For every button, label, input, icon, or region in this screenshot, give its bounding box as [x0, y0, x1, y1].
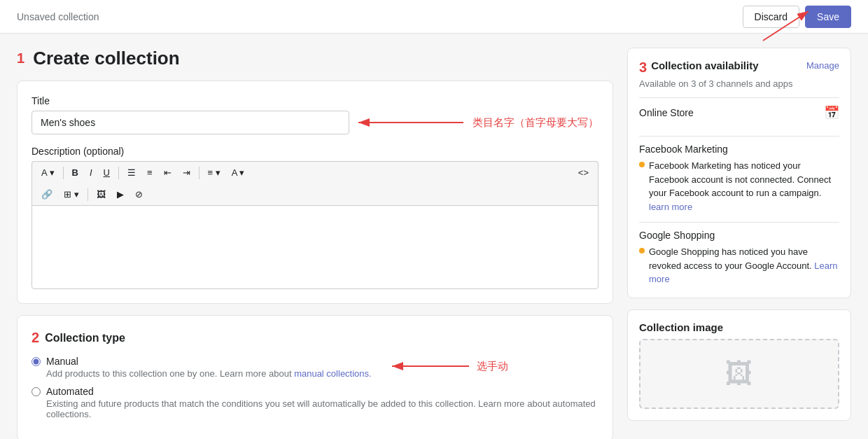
toolbar-image-btn[interactable]: 🖼: [92, 186, 111, 202]
editor-toolbar-row1: A ▾ B I U ☰ ≡ ⇤ ⇥ ≡ ▾ A ▾ <>: [31, 161, 598, 183]
save-button[interactable]: Save: [805, 6, 851, 28]
google-warning-item: Google Shopping has noticed you have rev…: [639, 245, 839, 286]
google-warning-section: Google Shopping Google Shopping has noti…: [639, 222, 839, 286]
google-warning-dot: [639, 248, 645, 253]
toolbar-table-btn[interactable]: ⊞ ▾: [59, 186, 84, 202]
manual-collections-link[interactable]: manual collections.: [294, 368, 372, 379]
top-bar-actions: Discard Save: [743, 6, 851, 28]
chinese-annotation-1: 类目名字（首字母要大写）: [472, 116, 598, 130]
toolbar-underline-btn[interactable]: U: [99, 165, 115, 181]
availability-desc: Available on 3 of 3 channels and apps: [639, 78, 839, 89]
title-label: Title: [31, 95, 598, 106]
toolbar-sep-2: [118, 167, 119, 179]
unsaved-label: Unsaved collection: [17, 11, 99, 22]
title-description-card: Title 类目名字（首字母要大写） Description (o: [17, 81, 613, 304]
toolbar-color-btn[interactable]: A ▾: [227, 165, 250, 181]
image-placeholder[interactable]: 🖼: [639, 339, 839, 409]
collection-image-card: Collection image 🖼: [627, 309, 851, 421]
google-warning-text: Google Shopping has noticed you have rev…: [649, 245, 839, 286]
facebook-marketing-label: Facebook Marketing: [639, 144, 728, 155]
facebook-warning-dot: [639, 162, 645, 167]
toolbar-align-btn[interactable]: ≡ ▾: [203, 165, 225, 181]
annotation-number-1: 1: [17, 50, 24, 67]
annotation-number-2: 2: [31, 330, 39, 346]
online-store-label: Online Store: [639, 107, 694, 118]
toolbar-sep-3: [199, 167, 200, 179]
automated-desc: Existing and future products that match …: [46, 398, 598, 419]
toolbar-placeholder-btn[interactable]: ⊘: [130, 186, 148, 202]
toolbar-video-btn[interactable]: ▶: [112, 186, 129, 202]
toolbar-code-btn[interactable]: <>: [573, 165, 594, 181]
facebook-channel: Facebook Marketing: [639, 136, 839, 159]
google-channel: Google Shopping: [639, 222, 839, 245]
top-bar: Unsaved collection Discard Save: [0, 0, 868, 34]
toolbar-indent-left-btn[interactable]: ⇤: [159, 165, 176, 181]
facebook-warning-section: Facebook Marketing Facebook Marketing ha…: [639, 136, 839, 214]
availability-header: Collection availability Manage: [651, 60, 839, 71]
toolbar-ol-btn[interactable]: ≡: [142, 165, 158, 181]
collection-type-card: 2 Collection type Manual Add products to…: [17, 315, 613, 439]
annotation-number-3: 3: [639, 60, 647, 76]
toolbar-italic-btn[interactable]: I: [85, 165, 97, 181]
online-store-channel: Online Store 📅: [639, 97, 839, 127]
description-label: Description (optional): [31, 146, 598, 157]
toolbar-sep-1: [63, 167, 64, 179]
availability-title: Collection availability: [651, 60, 758, 71]
manual-desc: Add products to this collection one by o…: [46, 368, 372, 379]
main-column: 1 Create collection Title: [17, 48, 613, 439]
side-column: 3 Collection availability Manage Availab…: [627, 48, 851, 439]
page-title: Create collection: [33, 48, 180, 69]
manual-label[interactable]: Manual: [46, 356, 78, 367]
page-content: 1 Create collection Title: [0, 34, 868, 439]
calendar-icon[interactable]: 📅: [824, 105, 839, 120]
arrow-annotation-1: [355, 112, 467, 133]
google-shopping-label: Google Shopping: [639, 230, 715, 241]
toolbar-font-btn[interactable]: A ▾: [36, 165, 59, 181]
facebook-learn-more-link[interactable]: learn more: [649, 202, 692, 212]
title-input[interactable]: [31, 111, 349, 134]
automated-radio[interactable]: [31, 387, 41, 396]
toolbar-ul-btn[interactable]: ☰: [122, 165, 141, 181]
availability-card: 3 Collection availability Manage Availab…: [627, 48, 851, 298]
image-placeholder-icon: 🖼: [725, 358, 753, 389]
manual-radio[interactable]: [31, 357, 41, 366]
toolbar-link-btn[interactable]: 🔗: [36, 186, 57, 202]
collection-image-title: Collection image: [639, 321, 839, 333]
manual-option: Manual Add products to this collection o…: [31, 356, 598, 379]
chinese-annotation-2: 选手动: [477, 360, 508, 373]
automated-option: Automated Existing and future products t…: [31, 386, 598, 419]
toolbar-indent-right-btn[interactable]: ⇥: [178, 165, 195, 181]
facebook-warning-text: Facebook Marketing has noticed your Face…: [649, 159, 839, 214]
toolbar-bold-btn[interactable]: B: [67, 165, 83, 181]
toolbar-sep-4: [88, 188, 88, 201]
collection-type-title: Collection type: [45, 332, 125, 344]
manage-link[interactable]: Manage: [806, 60, 839, 71]
editor-area[interactable]: [31, 205, 598, 289]
discard-button[interactable]: Discard: [743, 6, 799, 28]
editor-toolbar-row2: 🔗 ⊞ ▾ 🖼 ▶ ⊘: [31, 183, 598, 205]
arrow-annotation-2: [388, 356, 472, 377]
facebook-warning-item: Facebook Marketing has noticed your Face…: [639, 159, 839, 214]
automated-label[interactable]: Automated: [46, 386, 94, 397]
